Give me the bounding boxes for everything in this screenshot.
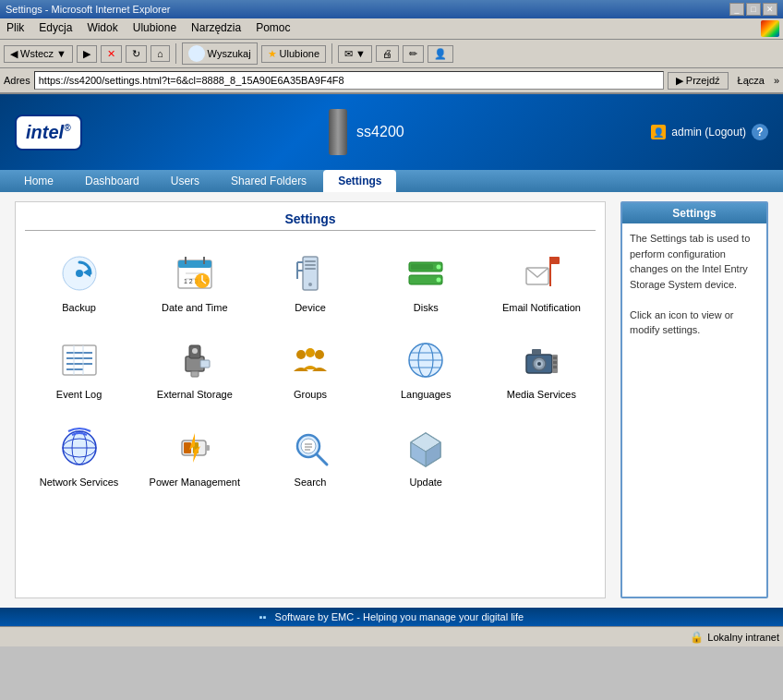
menu-favorites[interactable]: Ulubione <box>130 20 179 37</box>
menu-help[interactable]: Pomoc <box>253 20 293 37</box>
languages-icon <box>402 336 450 384</box>
device-label: Device <box>295 301 326 314</box>
eventlog-label: Event Log <box>56 388 102 401</box>
svg-point-24 <box>437 278 441 283</box>
forward-button[interactable]: ▶ <box>77 45 97 63</box>
svg-point-17 <box>308 283 312 286</box>
mail-button[interactable]: ✉ ▼ <box>338 45 372 63</box>
back-icon: ◀ <box>10 48 18 60</box>
zone-label: Lokalny intranet <box>707 632 779 643</box>
status-bar: 🔒 Lokalny intranet <box>0 626 783 646</box>
icon-grid: Backup 1 2 3 4 5 <box>25 242 596 496</box>
device-item[interactable]: Device <box>256 242 364 321</box>
links-label: Łącza <box>732 73 770 88</box>
menu-edit[interactable]: Edycja <box>36 20 75 37</box>
tab-users[interactable]: Users <box>156 170 214 192</box>
address-input[interactable] <box>34 71 664 90</box>
networkservices-icon <box>55 424 103 472</box>
svg-rect-27 <box>550 257 560 264</box>
page-content: intel® ss4200 👤 admin (Logout) ? Home Da… <box>0 94 783 626</box>
help-button[interactable]: ? <box>752 124 768 140</box>
info-panel: Settings The Settings tab is used to per… <box>620 201 768 598</box>
backup-item[interactable]: Backup <box>25 242 133 321</box>
groups-icon <box>286 336 334 384</box>
lock-icon: 🔒 <box>690 631 704 644</box>
print-button[interactable]: 🖨 <box>376 45 399 62</box>
address-label: Adres <box>4 75 30 86</box>
go-button[interactable]: ▶ Przejdź <box>668 72 729 90</box>
svg-rect-4 <box>178 260 211 268</box>
stop-button[interactable]: ✕ <box>101 45 122 63</box>
tab-shared-folders[interactable]: Shared Folders <box>216 170 321 192</box>
refresh-button[interactable]: ↻ <box>126 45 147 63</box>
info-panel-title: Settings <box>622 203 766 223</box>
messenger-button[interactable]: 👤 <box>428 45 453 63</box>
close-button[interactable]: ✕ <box>763 3 777 16</box>
networkservices-item[interactable]: Network Services <box>25 416 133 496</box>
languages-item[interactable]: Languages <box>372 329 480 408</box>
powermgmt-item[interactable]: Power Management <box>140 416 248 496</box>
svg-rect-37 <box>191 371 199 377</box>
device-icon <box>329 109 347 155</box>
externalstorage-item[interactable]: External Storage <box>140 329 248 408</box>
update-label: Update <box>409 476 441 489</box>
menu-tools[interactable]: Narzędzia <box>188 20 244 37</box>
svg-rect-53 <box>532 349 541 355</box>
ie-logo <box>761 20 779 37</box>
svg-point-43 <box>315 350 324 359</box>
menu-file[interactable]: Plik <box>4 20 27 37</box>
mediaservices-item[interactable]: Media Services <box>488 329 596 408</box>
user-icon: 👤 <box>651 125 666 139</box>
disks-icon <box>402 249 450 297</box>
menu-view[interactable]: Widok <box>84 20 120 37</box>
menu-bar: Plik Edycja Widok Ulubione Narzędzia Pom… <box>0 18 783 40</box>
svg-rect-55 <box>553 356 557 359</box>
svg-point-42 <box>306 348 315 357</box>
datetime-item[interactable]: 1 2 3 4 5 Date and Time <box>140 242 248 321</box>
languages-label: Languages <box>401 388 451 401</box>
powermgmt-label: Power Management <box>150 476 240 489</box>
svg-point-52 <box>537 362 541 366</box>
update-item[interactable]: Update <box>372 416 480 496</box>
svg-rect-40 <box>200 360 210 368</box>
links-expand: » <box>774 75 779 86</box>
groups-item[interactable]: Groups <box>256 329 364 408</box>
search-item[interactable]: Search <box>256 416 364 496</box>
intel-header: intel® ss4200 👤 admin (Logout) ? <box>0 94 783 170</box>
mediaservices-label: Media Services <box>507 388 576 401</box>
settings-divider <box>25 230 596 231</box>
emc-logo: ▪▪ <box>259 611 267 622</box>
separator-2 <box>331 43 332 64</box>
search-button[interactable]: Wyszukaj <box>182 42 258 65</box>
restore-button[interactable]: □ <box>746 3 761 16</box>
edit-button[interactable]: ✏ <box>403 45 424 63</box>
search-icon <box>188 45 205 62</box>
svg-rect-16 <box>305 268 316 270</box>
svg-rect-14 <box>305 260 316 262</box>
tab-dashboard[interactable]: Dashboard <box>70 170 154 192</box>
eventlog-icon <box>55 336 103 384</box>
email-item[interactable]: Email Notification <box>488 242 596 321</box>
star-icon: ★ <box>268 48 277 60</box>
user-info: 👤 admin (Logout) ? <box>651 124 768 140</box>
tab-home[interactable]: Home <box>9 170 68 192</box>
footer: ▪▪ Software by EMC - Helping you manage … <box>0 608 783 626</box>
intel-logo: intel® <box>15 115 82 151</box>
home-button[interactable]: ⌂ <box>151 45 170 62</box>
svg-point-41 <box>296 350 306 359</box>
info-text-1: The Settings tab is used to perform conf… <box>630 233 750 290</box>
externalstorage-label: External Storage <box>157 388 233 401</box>
svg-rect-56 <box>553 361 557 364</box>
eventlog-item[interactable]: Event Log <box>25 329 133 408</box>
user-label[interactable]: admin (Logout) <box>671 126 746 139</box>
minimize-button[interactable]: _ <box>729 3 744 16</box>
toolbar: ◀ Wstecz ▼ ▶ ✕ ↻ ⌂ Wyszukaj ★ Ulubione ✉… <box>0 40 783 68</box>
tab-settings[interactable]: Settings <box>323 170 396 192</box>
favorites-button[interactable]: ★ Ulubione <box>261 45 326 63</box>
svg-rect-25 <box>411 264 433 270</box>
disks-item[interactable]: Disks <box>372 242 480 321</box>
dropdown-icon: ▼ <box>56 48 66 59</box>
footer-text: Software by EMC - Helping you manage you… <box>275 611 524 622</box>
back-button[interactable]: ◀ Wstecz ▼ <box>4 45 73 63</box>
settings-panel: Settings Backup <box>15 201 606 598</box>
